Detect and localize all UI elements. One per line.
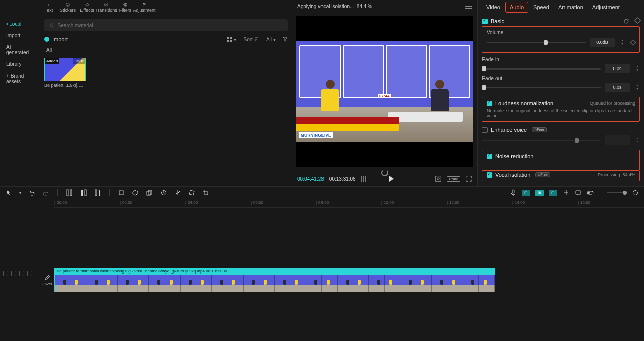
- view-grid-button[interactable]: ▾: [226, 36, 236, 42]
- track-mute-icon[interactable]: [19, 271, 24, 276]
- loudness-status: Queued for processing: [590, 101, 635, 106]
- insp-tab-adjustment[interactable]: Adjustment: [588, 2, 624, 12]
- vocal-checkbox[interactable]: [487, 172, 492, 178]
- playhead[interactable]: [208, 208, 208, 341]
- enhance-stepper: ▲▼: [635, 137, 640, 144]
- split-tool[interactable]: [66, 189, 73, 196]
- insp-tab-video[interactable]: Video: [482, 2, 504, 12]
- mirror-tool[interactable]: [174, 189, 181, 196]
- svg-rect-18: [363, 176, 364, 182]
- snap-off-button[interactable]: ⊟: [522, 190, 530, 196]
- tab-filters[interactable]: Filters: [116, 0, 135, 15]
- tab-text[interactable]: TI Text: [39, 0, 58, 15]
- svg-rect-19: [365, 176, 366, 182]
- reverse-tool[interactable]: [160, 189, 167, 196]
- columns-icon[interactable]: [361, 176, 366, 182]
- zoom-fit-icon[interactable]: [632, 189, 639, 196]
- play-button[interactable]: [388, 175, 394, 182]
- tab-stickers[interactable]: Stickers: [58, 0, 77, 15]
- mask-tool[interactable]: [132, 189, 139, 196]
- category-all[interactable]: All: [44, 46, 288, 54]
- grid-icon: [226, 36, 232, 42]
- search-input-wrap[interactable]: [44, 19, 288, 31]
- fadeout-value[interactable]: 0.0s: [605, 83, 630, 92]
- insp-tab-speed[interactable]: Speed: [529, 2, 553, 12]
- sidebar-library[interactable]: Library: [0, 58, 40, 70]
- volume-value[interactable]: 0.0dB: [590, 38, 615, 47]
- track-hide-icon[interactable]: [27, 271, 32, 276]
- fadeout-stepper[interactable]: ▲▼: [635, 84, 640, 91]
- focus-icon[interactable]: [435, 175, 442, 182]
- volume-stepper[interactable]: ▲▼: [620, 39, 625, 46]
- sidebar-local[interactable]: Local: [0, 18, 40, 30]
- ruler-tick: 16:00: [578, 200, 590, 205]
- sidebar-brand[interactable]: Brand assets: [0, 70, 40, 87]
- svg-point-9: [143, 3, 144, 4]
- keyframe-icon[interactable]: [634, 17, 641, 24]
- align-tool[interactable]: [562, 189, 570, 196]
- search-input[interactable]: [58, 23, 283, 28]
- tab-effects[interactable]: Effects: [77, 0, 97, 15]
- snap-button[interactable]: ⊡: [549, 190, 557, 196]
- crop-tool[interactable]: [118, 189, 125, 196]
- import-button[interactable]: Import: [44, 36, 68, 42]
- chevron-down-icon[interactable]: ▾: [19, 191, 21, 195]
- volume-keyframe-icon[interactable]: [630, 39, 636, 46]
- media-thumb[interactable]: Added 13:32 Be patien...E9xI].mp4: [44, 58, 86, 88]
- vocal-label: Vocal isolation: [495, 172, 530, 178]
- split-left-tool[interactable]: [80, 189, 87, 196]
- zoom-slider[interactable]: [607, 192, 627, 193]
- insp-tab-audio[interactable]: Audio: [505, 2, 528, 13]
- track-toggle-icon[interactable]: [3, 271, 8, 276]
- ratio-button[interactable]: Ratio: [447, 176, 460, 182]
- preview-video[interactable]: 07:44 MORNINGLIVE: [296, 41, 473, 142]
- comment-tool[interactable]: [575, 189, 582, 196]
- volume-slider[interactable]: [487, 42, 586, 43]
- fadeout-label: Fade-out: [482, 76, 512, 81]
- tab-transitions[interactable]: Transitions: [97, 0, 116, 15]
- loudness-desc: Normalize the original loudness of the s…: [487, 108, 635, 118]
- filter-all-button[interactable]: All▾: [266, 37, 276, 42]
- fadein-stepper[interactable]: ▲▼: [635, 65, 640, 72]
- snap-on-button[interactable]: ⊞: [535, 190, 544, 196]
- tab-adjustment[interactable]: Adjustment: [135, 0, 154, 15]
- preview-menu-button[interactable]: [465, 4, 472, 9]
- tab-transitions-label: Transitions: [95, 8, 117, 13]
- split-right-tool[interactable]: [94, 189, 101, 196]
- svg-rect-26: [95, 190, 97, 196]
- insp-tab-animation[interactable]: Animation: [554, 2, 587, 12]
- reset-icon[interactable]: [623, 18, 629, 24]
- zoom-out[interactable]: −: [599, 190, 602, 196]
- fadeout-slider[interactable]: [482, 87, 601, 88]
- fadein-value[interactable]: 0.0s: [605, 64, 630, 73]
- undo-button[interactable]: [28, 189, 35, 196]
- mic-icon[interactable]: [510, 189, 517, 196]
- fullscreen-icon[interactable]: [465, 175, 472, 182]
- basic-checkbox[interactable]: [482, 19, 488, 24]
- preview-status: Applying vocal isolation...: [297, 4, 354, 9]
- enhance-checkbox[interactable]: [482, 127, 488, 133]
- ruler-tick: 02:00: [120, 200, 132, 205]
- fadein-slider[interactable]: [482, 68, 601, 70]
- loudness-label: Loudness normalization: [495, 100, 553, 106]
- vocal-pct: 84.4: [622, 172, 631, 177]
- noise-checkbox[interactable]: [487, 154, 492, 159]
- copy-tool[interactable]: [146, 189, 153, 196]
- cover-button[interactable]: Cover: [40, 268, 54, 292]
- filter-funnel-button[interactable]: [283, 37, 288, 42]
- free-badge: ◇Free: [532, 127, 546, 132]
- redo-button[interactable]: [42, 189, 49, 196]
- toggle-tool[interactable]: [587, 189, 594, 196]
- pointer-tool[interactable]: [5, 189, 12, 196]
- timeline-ruler[interactable]: 00:0002:0004:0006:0008:0010:0012:0014:00…: [54, 199, 644, 208]
- track-lock-icon[interactable]: [11, 271, 16, 276]
- sidebar-ai[interactable]: AI generated: [0, 41, 40, 58]
- sort-button[interactable]: Sort: [244, 37, 259, 42]
- rotate-tool[interactable]: [188, 189, 195, 196]
- timeline-clip[interactable]: Be patient to start small while thinking…: [54, 268, 495, 292]
- sidebar-import[interactable]: Import: [0, 30, 40, 41]
- svg-rect-25: [85, 190, 86, 196]
- loudness-checkbox[interactable]: [487, 101, 492, 106]
- filter-all-label: All: [266, 37, 272, 42]
- crop2-tool[interactable]: [202, 189, 209, 196]
